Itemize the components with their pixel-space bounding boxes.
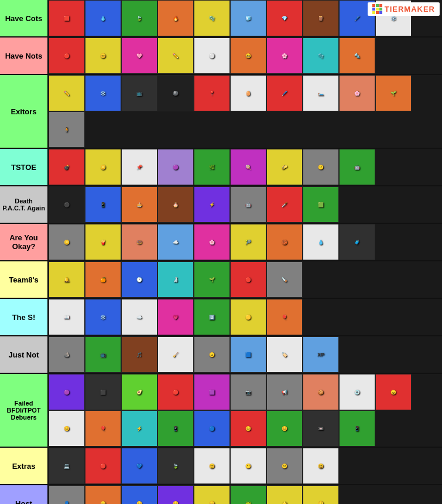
list-item[interactable]: ⬛ <box>85 374 121 410</box>
list-item[interactable]: 🥧 <box>121 186 157 223</box>
list-item[interactable]: XP <box>303 336 339 373</box>
list-item[interactable]: 📷 <box>230 374 266 410</box>
list-item[interactable]: 😊 <box>157 485 194 504</box>
list-item[interactable]: 📌 <box>121 149 157 185</box>
list-item[interactable]: 🌟 <box>266 485 303 504</box>
list-item[interactable]: 🍪 <box>303 374 339 410</box>
list-item[interactable]: 🍶 <box>157 261 194 298</box>
list-item[interactable]: 🍃 <box>157 448 194 484</box>
list-item[interactable]: 📍 <box>194 75 230 111</box>
list-item[interactable]: 🎱 <box>157 75 194 111</box>
list-item[interactable]: ❄️ <box>85 299 121 335</box>
list-item[interactable]: 📼 <box>303 410 339 447</box>
list-item[interactable]: 🌸 <box>266 38 303 74</box>
list-item[interactable]: 📱 <box>85 186 121 223</box>
list-item[interactable]: 🟪 <box>194 374 230 410</box>
list-item[interactable]: 🔴 <box>49 38 85 74</box>
list-item[interactable]: 2️⃣ <box>194 299 230 335</box>
list-item[interactable]: 🧹 <box>157 336 194 373</box>
list-item[interactable]: 💎 <box>266 0 303 36</box>
list-item[interactable]: 🏀 <box>266 224 303 260</box>
list-item[interactable]: 🪙 <box>49 224 85 260</box>
list-item[interactable]: 🫧 <box>194 0 230 36</box>
list-item[interactable]: 📺 <box>85 336 121 373</box>
list-item[interactable]: 😊 <box>230 410 266 447</box>
list-item[interactable]: 🤖 <box>339 149 375 185</box>
list-item[interactable]: ☁️ <box>157 224 194 260</box>
list-item[interactable]: 😊 <box>85 38 121 74</box>
list-item[interactable]: 📢 <box>266 374 303 410</box>
list-item[interactable]: 🔴 <box>230 261 266 298</box>
list-item[interactable]: 🍟 <box>85 224 121 260</box>
list-item[interactable]: 💿 <box>339 374 375 410</box>
list-item[interactable]: 🟩 <box>303 186 339 223</box>
list-item[interactable]: 🔔 <box>49 261 85 298</box>
list-item[interactable]: 🕐 <box>121 261 157 298</box>
list-item[interactable]: 😐 <box>303 149 339 185</box>
list-item[interactable]: 😶 <box>230 448 266 484</box>
list-item[interactable]: 🟥 <box>49 0 85 36</box>
list-item[interactable]: ✏️ <box>49 75 85 111</box>
list-item[interactable]: 🎵 <box>121 336 157 373</box>
list-item[interactable]: 🌿 <box>194 149 230 185</box>
list-item[interactable]: 🪵 <box>303 0 339 36</box>
list-item[interactable]: ☁️ <box>121 299 157 335</box>
list-item[interactable]: 😊 <box>121 485 157 504</box>
list-item[interactable]: 🌱 <box>194 261 230 298</box>
list-item[interactable]: 🧍 <box>49 111 85 148</box>
list-item[interactable]: 😊 <box>194 448 230 484</box>
list-item[interactable]: 🖊️ <box>266 75 303 111</box>
list-item[interactable]: 😲 <box>303 485 339 504</box>
list-item[interactable]: ✏️ <box>157 38 194 74</box>
list-item[interactable]: 🪨 <box>49 336 85 373</box>
list-item[interactable]: 📱 <box>157 410 194 447</box>
list-item[interactable]: 🔥 <box>157 0 194 36</box>
list-item[interactable]: 📱 <box>339 410 375 447</box>
list-item[interactable]: 🍊 <box>85 261 121 298</box>
list-item[interactable]: ⚪ <box>194 38 230 74</box>
list-item[interactable]: ❄️ <box>85 75 121 111</box>
list-item[interactable]: 😊 <box>194 485 230 504</box>
list-item[interactable]: 🎂 <box>157 186 194 223</box>
list-item[interactable]: 🌱 <box>375 75 412 111</box>
list-item[interactable]: 🐸 <box>230 485 266 504</box>
list-item[interactable]: 🌸 <box>339 75 375 111</box>
list-item[interactable]: 🔩 <box>339 38 375 74</box>
list-item[interactable]: 🥑 <box>121 374 157 410</box>
list-item[interactable]: 📖 <box>49 299 85 335</box>
list-item[interactable]: 😄 <box>230 38 266 74</box>
list-item[interactable]: 🫧 <box>303 38 339 74</box>
list-item[interactable]: 🌮 <box>266 149 303 185</box>
list-item[interactable]: 🔵 <box>194 410 230 447</box>
list-item[interactable]: 🔴 <box>85 448 121 484</box>
list-item[interactable]: ⚡ <box>194 186 230 223</box>
list-item[interactable]: 😊 <box>85 485 121 504</box>
list-item[interactable]: 🎾 <box>230 224 266 260</box>
list-item[interactable]: 🟣 <box>157 149 194 185</box>
list-item[interactable]: 🍩 <box>121 224 157 260</box>
list-item[interactable]: 🟡 <box>230 299 266 335</box>
list-item[interactable]: 💻 <box>49 448 85 484</box>
list-item[interactable]: 📺 <box>121 75 157 111</box>
list-item[interactable]: 💗 <box>157 299 194 335</box>
list-item[interactable]: 😠 <box>375 374 412 410</box>
list-item[interactable]: 😊 <box>266 410 303 447</box>
list-item[interactable]: 🥚 <box>230 75 266 111</box>
list-item[interactable]: ⚡ <box>121 410 157 447</box>
list-item[interactable]: 🧳 <box>339 224 375 260</box>
list-item[interactable]: 👤 <box>49 485 85 504</box>
list-item[interactable]: ⚫ <box>49 186 85 223</box>
list-item[interactable]: 🗡️ <box>266 186 303 223</box>
list-item[interactable]: 🍃 <box>121 0 157 36</box>
list-item[interactable]: 😄 <box>303 448 339 484</box>
list-item[interactable]: 🧊 <box>230 0 266 36</box>
list-item[interactable]: 🟦 <box>230 336 266 373</box>
list-item[interactable]: 🩷 <box>121 38 157 74</box>
list-item[interactable]: 💣 <box>49 149 85 185</box>
list-item[interactable]: 🤖 <box>230 186 266 223</box>
list-item[interactable]: 🎈 <box>266 299 303 335</box>
list-item[interactable]: 🔴 <box>157 374 194 410</box>
list-item[interactable]: 🏷️ <box>266 336 303 373</box>
list-item[interactable]: 🪙 <box>85 149 121 185</box>
list-item[interactable]: 💧 <box>85 0 121 36</box>
